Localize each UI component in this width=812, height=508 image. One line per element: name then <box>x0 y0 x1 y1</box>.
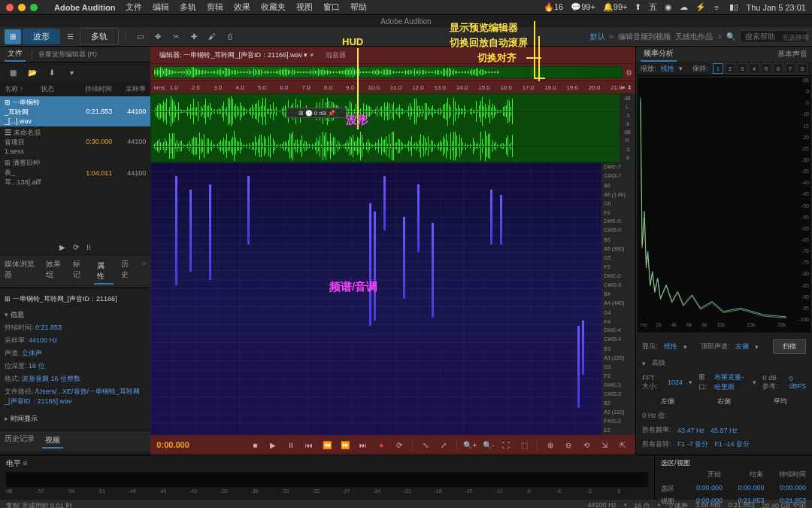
tab-properties[interactable]: 属性 <box>94 259 114 284</box>
menu-multitrack[interactable]: 多轨 <box>180 2 196 13</box>
scan-button[interactable]: 扫描 <box>773 339 806 354</box>
loop-button[interactable]: ⟳ <box>392 438 406 452</box>
mixer-tab[interactable]: 混音器 <box>320 48 352 62</box>
menu-help[interactable]: 帮助 <box>350 2 367 13</box>
waveform-tab[interactable]: 波形 <box>23 29 60 44</box>
skip-selection-button[interactable]: ⤡ <box>419 438 432 452</box>
menu-window[interactable]: 窗口 <box>323 2 340 13</box>
menu-clip[interactable]: 剪辑 <box>207 2 223 13</box>
status-icon[interactable]: 💬99+ <box>571 2 595 12</box>
skip-end-button[interactable]: ⏭ <box>356 438 370 452</box>
multitrack-tab[interactable]: 多轨 <box>80 28 119 45</box>
overview-track[interactable]: ⚙ <box>150 63 635 81</box>
editor-tab[interactable]: 编辑器: 一串铜铃_耳聆网_[声音ID：21166].wav ▾ × <box>153 48 320 62</box>
multitrack-mode-button[interactable]: ☰ <box>62 29 78 44</box>
rewind-button[interactable]: ⏪ <box>320 438 334 452</box>
tool-heal[interactable]: ✚ <box>186 29 202 44</box>
hold-slot-6[interactable]: 6 <box>773 63 783 74</box>
menu-effects[interactable]: 效果 <box>234 2 250 13</box>
tool-selection[interactable]: ▭ <box>132 29 148 44</box>
record-button[interactable]: ● <box>374 438 388 452</box>
hold-slot-4[interactable]: 4 <box>749 63 759 74</box>
status-icon[interactable]: ⚡ <box>695 2 706 12</box>
status-icon[interactable]: ⬆ <box>635 2 641 12</box>
status-icon[interactable]: ◉ <box>665 2 672 12</box>
hold-slot-1[interactable]: 1 <box>713 63 723 74</box>
pause-button[interactable]: ⏸ <box>284 438 298 452</box>
loop-icon[interactable]: ⟳ <box>73 243 79 251</box>
punch-button[interactable]: ⤢ <box>437 438 450 452</box>
tab-markers[interactable]: 标记 <box>73 259 86 284</box>
tool-cut[interactable]: ✂ <box>168 29 184 44</box>
hold-slot-3[interactable]: 3 <box>737 63 747 74</box>
status-icon[interactable]: 五 <box>649 2 657 13</box>
zoom-ext-button[interactable]: ⇲ <box>598 438 611 452</box>
hold-slot-5[interactable]: 5 <box>761 63 771 74</box>
new-file-icon[interactable]: ▦ <box>5 65 21 80</box>
timeline-ruler[interactable]: hms 1.02.03.04.05.06.07.08.09.010.011.01… <box>150 81 635 93</box>
top-channel-dropdown[interactable]: 左侧 <box>735 342 749 351</box>
display-dropdown[interactable]: 线性 <box>664 342 677 351</box>
wifi-icon[interactable]: ᯤ <box>714 3 722 12</box>
zoom-full-button[interactable]: ⛶ <box>499 438 513 452</box>
zoom-reset-button[interactable]: ⟲ <box>580 438 593 452</box>
forward-button[interactable]: ⏩ <box>338 438 352 452</box>
fft-size-dropdown[interactable]: 1024 <box>668 379 683 386</box>
hold-slot-2[interactable]: 2 <box>725 63 735 74</box>
workspace-default[interactable]: 默认 <box>590 32 605 42</box>
status-icon[interactable]: 🔔99+ <box>603 2 628 12</box>
tab-history[interactable]: 历史 <box>121 259 135 284</box>
import-icon[interactable]: ⬇ <box>44 65 60 80</box>
menu-favorites[interactable]: 收藏夹 <box>261 2 286 13</box>
status-icon[interactable]: ☁ <box>680 2 688 12</box>
tool-move[interactable]: ✥ <box>150 29 166 44</box>
menu-edit[interactable]: 编辑 <box>153 2 169 13</box>
waveform-mode-button[interactable]: ⊞ <box>5 29 21 44</box>
frequency-plot[interactable]: dB0-5-10-15-20-25-30-35-40-45-50-55-60-6… <box>638 78 810 333</box>
tab-history-record[interactable]: 历史记录 <box>5 433 35 449</box>
files-panel-tab[interactable]: 文件 <box>5 47 26 62</box>
file-row[interactable]: ⊞ 滴答旧钟表_耳...138].aiff 1:04.01144100 <box>0 157 150 189</box>
basic-sound-tab[interactable]: 基本声音 <box>777 49 807 59</box>
status-icon[interactable]: 🔥16 <box>544 2 563 12</box>
waveform-display[interactable]: dBL-3-6dBR-3-6 ⊞ 🕐 0 dB 📌 <box>150 93 635 163</box>
timecode-display[interactable]: 0:00.000 <box>156 440 217 449</box>
tool-stamp[interactable]: ⎙ <box>222 29 238 44</box>
menu-view[interactable]: 视图 <box>296 2 313 13</box>
clock[interactable]: Thu Jan 5 23:01 <box>746 3 806 12</box>
level-meter[interactable] <box>6 472 648 487</box>
tab-video[interactable]: 视频 <box>42 433 63 449</box>
menu-file[interactable]: 文件 <box>126 2 142 13</box>
workspace-radio[interactable]: 无线电作品 <box>675 32 713 42</box>
open-file-icon[interactable]: 📂 <box>24 65 41 80</box>
file-row[interactable]: ⊞ 一串铜铃_耳聆网_[...].wav 0:21.85344100 <box>0 96 150 126</box>
play-icon[interactable]: ▶ <box>59 243 65 251</box>
tab-media-browser[interactable]: 媒体浏览器 <box>5 259 38 284</box>
workspace-edit-audio[interactable]: 编辑音频到视频 <box>618 32 671 42</box>
filter-icon[interactable]: ▾ <box>63 65 80 80</box>
scale-dropdown[interactable]: 线性 <box>661 64 674 74</box>
level-tab[interactable]: 电平 <box>6 459 21 467</box>
play-button[interactable]: ▶ <box>266 438 280 452</box>
gear-icon[interactable]: ⚙ <box>626 68 632 77</box>
zoom-h-icon[interactable]: ⬌ <box>620 84 626 91</box>
zoom-v-icon[interactable]: ⬍ <box>627 84 632 91</box>
spectral-display[interactable]: D#/E♭7C#/D♭7B6A6 (1.8k)G6F6D#/E♭6C#/D♭6B… <box>150 163 635 435</box>
stop-button[interactable]: ■ <box>248 438 262 452</box>
zoom-sel-button[interactable]: ⬚ <box>517 438 531 452</box>
battery-icon[interactable]: ▮▯ <box>729 2 738 12</box>
freq-analysis-tab[interactable]: 频率分析 <box>641 47 677 62</box>
zoom-ext2-button[interactable]: ⇱ <box>616 438 629 452</box>
auto-icon[interactable]: ⁞⁞ <box>86 243 91 251</box>
window-dropdown[interactable]: 布莱克曼-哈里斯 <box>714 373 747 392</box>
zoom-in-v-button[interactable]: ⊕ <box>544 438 557 452</box>
zoom-out-v-button[interactable]: ⊖ <box>562 438 575 452</box>
file-row[interactable]: ☰ 未命名混音项目 1.sesx 0:30.00044100 <box>0 126 150 157</box>
window-controls[interactable] <box>6 4 38 11</box>
tab-effects[interactable]: 效果组 <box>46 259 66 284</box>
hold-slot-7[interactable]: 7 <box>785 63 795 74</box>
hud-overlay[interactable]: ⊞ 🕐 0 dB 📌 <box>286 108 347 118</box>
zoom-in-button[interactable]: 🔍+ <box>463 438 477 452</box>
tool-brush[interactable]: 🖌 <box>204 29 220 44</box>
hold-slot-8[interactable]: 8 <box>797 63 807 74</box>
